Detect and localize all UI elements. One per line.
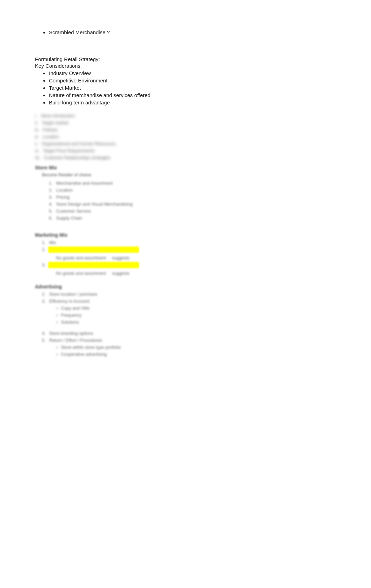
mm-item-2-prefix: 2. (42, 246, 45, 253)
mm-item-3-prefix: 3. (42, 262, 45, 269)
adv-item-2: 2. Store location / premises (42, 291, 336, 298)
mm-item-2-highlight (48, 247, 139, 253)
advertising-heading: Advertising (35, 284, 336, 289)
mm-item-2-row: 2. (42, 246, 336, 253)
mm-item-3-sub: No goods and assortment suggests (56, 270, 336, 277)
list-item-nature: Nature of merchandise and services offer… (49, 92, 336, 98)
advertising-list: 2. Store location / premises 3. Efficien… (42, 291, 336, 358)
adv-item-5-sub: ○ Store within store type portfolio ○ Co… (56, 344, 336, 358)
store-mix-section: Store Mix Become Retailer of choice: 1. … (35, 165, 336, 222)
mm-item-3-highlight (48, 262, 139, 268)
mm-item-2-sub: No goods and assortment suggests (56, 255, 336, 262)
adv-item-3: 3. Efficiency in Account: (42, 298, 336, 305)
adv-item-5: 5. Return / Effort / Procedures (42, 337, 336, 344)
advertising-section: Advertising 2. Store location / premises… (35, 284, 336, 358)
store-mix-list: 1. Merchandise and Assortment 2. Locatio… (49, 180, 336, 222)
top-bullet-section: Scrambled Merchandise ? (35, 29, 336, 35)
list-item-target: Target Market (49, 85, 336, 91)
store-mix-heading: Store Mix (35, 165, 336, 170)
list-item-industry: Industry Overview (49, 70, 336, 76)
marketing-mix-heading: Marketing Mix (35, 232, 336, 238)
become-retailer-label: Become Retailer of choice: (42, 172, 336, 178)
adv-item-4: 4. Store branding options (42, 330, 336, 337)
scrambled-merchandise-item: Scrambled Merchandise ? (49, 29, 336, 35)
list-item-competitive: Competitive Environment (49, 78, 336, 83)
blurred-list-1: i. Store introduction ii. Target market … (35, 112, 336, 161)
formulating-section: Formulating Retail Strategy: Key Conside… (35, 56, 336, 105)
key-considerations-list: Industry Overview Competitive Environmen… (49, 70, 336, 105)
mm-item-3-row: 3. (42, 262, 336, 269)
mm-item-1: 1. Mix (42, 239, 336, 246)
formulating-title: Formulating Retail Strategy: (35, 56, 336, 62)
marketing-mix-section: Marketing Mix 1. Mix 2. No goods and ass… (35, 232, 336, 277)
list-item-build: Build long term advantage (49, 100, 336, 105)
key-considerations-label: Key Considerations: (35, 63, 336, 69)
adv-item-3-sub: ○ Copy and VMs ○ Frequency ○ Solutions (56, 305, 336, 326)
blurred-section-1: i. Store introduction ii. Target market … (35, 112, 336, 161)
